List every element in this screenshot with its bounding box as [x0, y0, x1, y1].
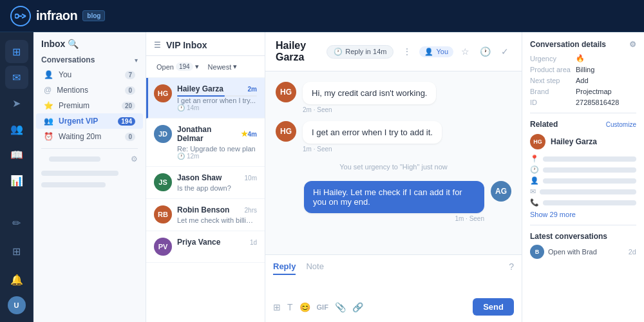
vip-msg-time: 1d	[250, 239, 257, 246]
conv-item-waiting[interactable]: ⏰ Waiting 20m 0	[36, 129, 143, 144]
reply-tools: ⊞ T 😊 GIF 📎 🔗	[273, 302, 363, 312]
flame-icon: 🔥	[576, 54, 585, 62]
help-icon[interactable]: ?	[509, 261, 514, 275]
urgent-vip-icon: 👥	[44, 117, 53, 126]
sidebar-item-compose[interactable]: ✏	[5, 211, 28, 234]
conv-label-waiting: Waiting 20m	[59, 132, 120, 141]
conv-item-urgent-vip[interactable]: 👥 Urgent VIP 194	[36, 113, 143, 129]
emoji-tool-icon[interactable]: 😊	[299, 302, 310, 312]
filter-open-label: Open	[156, 63, 174, 71]
vip-msg-preview: Is the app down?	[177, 184, 257, 192]
grid-tool-icon[interactable]: ⊞	[273, 302, 281, 312]
vip-msg-preview: I get an error when I try...	[177, 97, 257, 104]
id-label: ID	[530, 99, 572, 106]
filter-open-btn[interactable]: Open 194 ▾	[154, 61, 202, 72]
vip-filters: Open 194 ▾ Newest ▾	[146, 56, 265, 78]
clock-detail-icon: 🕐	[530, 166, 539, 174]
vip-msg-time: 2m	[248, 86, 257, 93]
related-title: Related	[530, 120, 558, 129]
chevron-down-icon: ▾	[135, 57, 138, 64]
gif-tool-icon[interactable]: GIF	[317, 303, 328, 311]
vip-message-item[interactable]: PV Priya Vance 1d	[146, 231, 265, 263]
gear-icon[interactable]: ⚙	[131, 155, 138, 164]
urgency-label: Urgency	[530, 55, 572, 62]
vip-msg-preview: Re: Upgrade to new plan	[177, 145, 257, 153]
sidebar-item-inbox[interactable]: ✉	[5, 66, 28, 89]
sidebar-item-book[interactable]: 📖	[5, 143, 28, 166]
contact-info-phone: 📞	[530, 198, 636, 207]
conv-item-mentions[interactable]: @ Mentions 0	[36, 82, 143, 98]
hamburger-icon[interactable]: ☰	[154, 41, 161, 50]
message-meta: 1m · Seen	[303, 146, 442, 153]
main-container: ⊞ ✉ ➤ 👥 📖 📊 ✏ ⊞ 🔔 U Inbox 🔍 Conversation…	[0, 32, 644, 322]
reply-tab-reply[interactable]: Reply	[273, 261, 296, 275]
sidebar-item-grid[interactable]: ⊞	[5, 40, 28, 63]
more-options-icon[interactable]: ⋮	[400, 44, 414, 59]
reply-time-badge: 🕐 12m	[177, 153, 257, 160]
vip-messages-list: HG Hailey Garza 2m I get an error when I…	[146, 78, 265, 322]
avatar: RB	[154, 205, 172, 223]
sidebar-item-reports[interactable]: 📊	[5, 169, 28, 192]
filter-sort-btn[interactable]: Newest ▾	[205, 61, 240, 72]
details-row-urgency: Urgency 🔥	[530, 54, 636, 62]
reply-tabs: Reply Note ?	[273, 261, 514, 275]
contact-placeholder-location	[543, 156, 636, 162]
text-tool-icon[interactable]: T	[287, 302, 293, 312]
latest-conv-time: 2d	[629, 248, 636, 256]
search-icon[interactable]: 🔍	[68, 39, 79, 49]
conv-item-you[interactable]: 👤 You 7	[36, 67, 143, 82]
you-label: You	[436, 48, 448, 55]
latest-conv-avatar: B	[530, 245, 544, 259]
conv-count-waiting: 0	[125, 133, 135, 141]
related-header: Related Customize	[530, 120, 636, 129]
vip-message-item[interactable]: HG Hailey Garza 2m I get an error when I…	[146, 78, 265, 118]
message-bubble: Hi Hailey. Let me check if I can add it …	[304, 181, 484, 213]
check-action-icon[interactable]: ✓	[498, 44, 511, 59]
clock-icon: 🕐	[177, 153, 185, 160]
send-button[interactable]: Send	[473, 298, 514, 316]
sidebar-item-send[interactable]: ➤	[5, 91, 28, 115]
clock-icon: 🕐	[177, 104, 185, 111]
system-message: You set urgency to "High" just now	[276, 160, 511, 173]
sidebar-item-apps[interactable]: ⊞	[5, 240, 28, 263]
avatar: HG	[276, 82, 296, 102]
message-bubble: I get an error when I try to add it.	[303, 121, 442, 144]
message-bubble-container: Hi Hailey. Let me check if I can add it …	[304, 181, 484, 222]
latest-conv-item[interactable]: B Open with Brad 2d	[530, 245, 636, 259]
vip-msg-name: Robin Benson	[177, 205, 229, 214]
messages-area: HG Hi, my credit card isn't working. 2m …	[265, 71, 522, 254]
clock-action-icon[interactable]: 🕐	[477, 44, 493, 59]
details-gear-icon[interactable]: ⚙	[629, 40, 636, 49]
conv-count-you: 7	[125, 71, 135, 79]
customize-link[interactable]: Customize	[606, 121, 636, 128]
reply-footer: ⊞ T 😊 GIF 📎 🔗 Send	[273, 298, 514, 316]
sidebar-item-contacts[interactable]: 👥	[5, 117, 28, 140]
latest-conv-title: Latest conversations	[530, 232, 636, 241]
conv-item-premium[interactable]: ⭐ Premium 20	[36, 98, 143, 113]
vip-title: VIP Inbox	[166, 40, 257, 50]
blog-badge: blog	[82, 10, 105, 21]
chat-actions: ⋮ 👤 You ☆ 🕐 ✓	[400, 44, 511, 59]
user-avatar[interactable]: U	[8, 296, 26, 314]
sidebar-item-bell[interactable]: 🔔	[5, 268, 28, 291]
avatar: PV	[154, 238, 172, 256]
link-tool-icon[interactable]: 🔗	[352, 302, 363, 312]
attach-tool-icon[interactable]: 📎	[335, 302, 346, 312]
star-action-icon[interactable]: ☆	[459, 44, 472, 59]
vip-msg-name: Priya Vance	[177, 238, 220, 247]
reply-tab-note[interactable]: Note	[306, 261, 323, 275]
conv-label-mentions: Mentions	[57, 86, 120, 95]
details-divider-2	[530, 225, 636, 225]
show-more-link[interactable]: Show 29 more	[530, 211, 636, 218]
vip-message-item[interactable]: RB Robin Benson 2hrs Let me check with b…	[146, 199, 265, 231]
conversations-title: Inbox 🔍	[41, 39, 79, 49]
vip-msg-content: Priya Vance 1d	[177, 238, 257, 256]
timer-icon: 🕐	[334, 48, 343, 56]
vip-message-item[interactable]: JD Jonathan Delmar ★ 4m Re: Upgrade to n…	[146, 118, 265, 167]
details-section-title: Conversation details ⚙	[530, 40, 636, 49]
vip-msg-name: Jonathan Delmar ★	[177, 125, 248, 143]
you-tag[interactable]: 👤 You	[419, 46, 453, 57]
details-row-id: ID 27285816428	[530, 99, 636, 106]
vip-message-item[interactable]: JS Jason Shaw 10m Is the app down?	[146, 167, 265, 199]
vip-header: ☰ VIP Inbox	[146, 32, 265, 56]
